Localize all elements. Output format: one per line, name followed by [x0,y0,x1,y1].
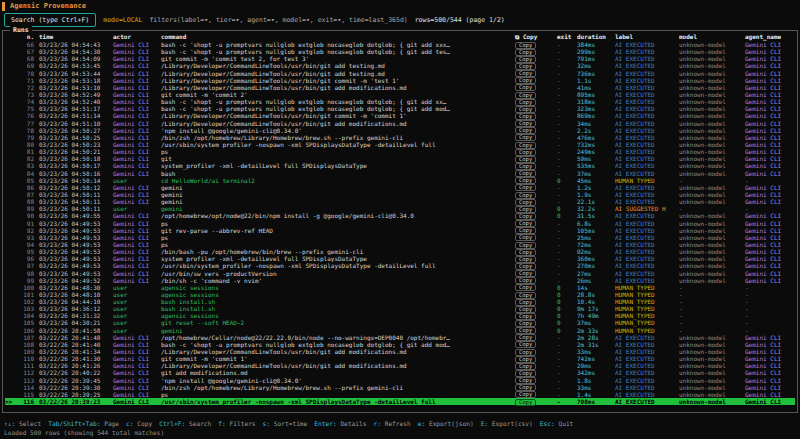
row-number: 88 [17,198,39,205]
row-actor: Gemini CLI [113,255,161,262]
row-number: 110 [17,355,39,362]
table-row[interactable]: 66 03/23/26 04:54:43 Gemini CLI bash -c … [5,41,795,48]
table-row[interactable]: 82 03/23/26 04:50:18 Gemini CLI git Copy… [5,155,795,162]
table-row[interactable]: 83 03/23/26 04:50:17 Gemini CLI system_p… [5,162,795,169]
copy-button[interactable]: Copy [515,399,536,406]
row-label-badge: AI_EXECUTED [615,98,679,105]
row-label-badge: AI_EXECUTED [615,162,679,169]
table-row[interactable]: 107 03/22/26 20:41:48 Gemini CLI /opt/ho… [5,334,795,341]
row-duration: 742ms [577,355,615,362]
table-row[interactable]: 109 03/22/26 20:41:34 Gemini CLI /Librar… [5,348,795,355]
row-agent-name: Gemini CLI [745,184,795,191]
table-row[interactable]: 77 03/23/26 04:51:10 Gemini CLI /Library… [5,120,795,127]
table-row[interactable]: 88 03/23/26 04:50:11 Gemini CLI gemini C… [5,198,795,205]
table-row[interactable]: 89 03/23/26 04:50:11 user gemini Copy 0 … [5,205,795,212]
row-exit-code: - [557,377,577,384]
table-row[interactable]: 94 03/23/26 04:49:53 Gemini CLI ps Copy … [5,241,795,248]
row-number: 93 [17,234,39,241]
filters-summary[interactable]: filters(label=▾, tier=▾, agent=▾, model=… [149,16,407,24]
table-row[interactable]: 98 03/23/26 04:49:53 Gemini CLI /usr/bin… [5,270,795,277]
row-duration: 732ms [577,141,615,148]
row-agent-name: Gemini CLI [745,134,795,141]
table-row[interactable]: 85 03/23/26 04:50:14 user cd HelloWorld/… [5,177,795,184]
status-line: Loaded 500 rows (showing 544 total match… [4,429,164,437]
table-row[interactable]: 92 03/23/26 04:49:53 Gemini CLI git rev-… [5,227,795,234]
table-row[interactable]: 104 03/23/26 04:31:32 user agensic sessi… [5,312,795,319]
table-row[interactable]: 96 03/23/26 04:49:53 Gemini CLI system_p… [5,255,795,262]
table-row[interactable]: 103 03/23/26 04:36:12 user bash install.… [5,305,795,312]
row-model: unknown-model [679,398,745,405]
table-row[interactable]: 91 03/23/26 04:49:53 Gemini CLI ps Copy … [5,220,795,227]
row-time: 03/22/26 20:41:58 [39,327,113,334]
row-label-badge: HUMAN_TYPED [615,327,679,334]
table-row[interactable]: 108 03/22/26 20:41:40 Gemini CLI bash -c… [5,341,795,348]
table-row[interactable]: 106 03/22/26 20:41:58 user gemini Copy 0… [5,327,795,334]
row-time: 03/23/26 04:50:16 [39,170,113,177]
table-row[interactable]: 114 03/22/26 20:39:30 Gemini CLI /bin/zs… [5,384,795,391]
table-row[interactable]: >> 116 03/22/26 20:39:23 Gemini CLI /usr… [5,398,795,405]
table-row[interactable]: 75 03/23/26 04:51:17 Gemini CLI bash -c … [5,105,795,112]
table-row[interactable]: 69 03/23/26 04:53:45 Gemini CLI /Library… [5,62,795,69]
table-row[interactable]: 110 03/22/26 20:41:30 Gemini CLI git com… [5,355,795,362]
table-row[interactable]: 99 03/23/26 04:49:52 Gemini CLI /bin/sh … [5,277,795,284]
row-duration: 9m 17s [577,305,615,312]
table-row[interactable]: 95 03/23/26 04:49:53 Gemini CLI /bin/bas… [5,248,795,255]
table-row[interactable]: 101 03/23/26 04:48:10 user agensic sessi… [5,291,795,298]
table-row[interactable]: 102 03/23/26 04:44:10 user bash install.… [5,298,795,305]
row-number: 87 [17,191,39,198]
table-row[interactable]: 74 03/23/26 04:52:40 Gemini CLI bash -c … [5,98,795,105]
table-row[interactable]: 93 03/23/26 04:49:53 Gemini CLI ps Copy … [5,234,795,241]
table-row[interactable]: 100 03/23/26 04:48:30 user agensic sessi… [5,284,795,291]
table-row[interactable]: 111 03/22/26 20:41:26 Gemini CLI /Librar… [5,362,795,369]
row-command: 'npm install @google/gemini-cli@0.34.0' [161,127,515,134]
header-col-agent: agent_name [745,33,795,41]
row-command: /usr/sbin/system_profiler -nospawn -xml … [161,262,515,269]
row-model: unknown-model [679,220,745,227]
table-row[interactable]: 67 03/23/26 04:54:30 Gemini CLI bash -c … [5,48,795,55]
row-label-badge: AI_EXECUTED [615,70,679,77]
table-row[interactable]: 68 03/23/26 04:54:09 Gemini CLI git comm… [5,55,795,62]
table-row[interactable]: 113 03/22/26 20:39:45 Gemini CLI 'npm in… [5,377,795,384]
table-row[interactable]: 87 03/23/26 04:50:11 Gemini CLI gemini C… [5,191,795,198]
table-row[interactable]: 112 03/22/26 20:40:22 Gemini CLI git add… [5,369,795,376]
row-number: 109 [17,348,39,355]
row-actor: Gemini CLI [113,212,161,219]
table-row[interactable]: 105 03/23/26 04:30:21 user git reset --s… [5,319,795,326]
row-exit-code: 0 [557,327,577,334]
table-row[interactable]: 71 03/23/26 04:53:18 Gemini CLI /Library… [5,77,795,84]
row-exit-code: 0 [557,319,577,326]
row-model: unknown-model [679,70,745,77]
row-agent-name: Gemini CLI [745,91,795,98]
table-row[interactable]: 97 03/23/26 04:49:53 Gemini CLI /usr/sbi… [5,262,795,269]
row-time: 03/23/26 04:54:09 [39,55,113,62]
row-exit-code: - [557,241,577,248]
row-exit-code: - [557,384,577,391]
row-actor: Gemini CLI [113,369,161,376]
table-row[interactable]: 115 03/22/26 20:39:25 Gemini CLI ps Copy… [5,391,795,398]
row-time: 03/23/26 04:36:12 [39,305,113,312]
row-number: 86 [17,184,39,191]
row-duration: 32ms [577,62,615,69]
row-exit-code: - [557,120,577,127]
table-row[interactable]: 73 03/23/26 04:52:49 Gemini CLI git comm… [5,91,795,98]
row-number: 72 [17,84,39,91]
table-row[interactable]: 84 03/23/26 04:50:16 Gemini CLI bash Cop… [5,170,795,177]
table-row[interactable]: 81 03/23/26 04:50:21 Gemini CLI ps Copy … [5,148,795,155]
table-row[interactable]: 80 03/23/26 04:50:23 Gemini CLI /usr/sbi… [5,141,795,148]
row-command: agensic sessions [161,284,515,291]
table-row[interactable]: 72 03/23/26 04:53:10 Gemini CLI /Library… [5,84,795,91]
row-label-badge: AI_EXECUTED [615,384,679,391]
row-label-badge: AI_EXECUTED [615,348,679,355]
table-row[interactable]: 78 03/23/26 04:50:27 Gemini CLI 'npm ins… [5,127,795,134]
table-row[interactable]: 79 03/23/26 04:50:25 Gemini CLI /bin/zsh… [5,134,795,141]
row-duration: 32.2s [577,205,615,212]
table-row[interactable]: 76 03/23/26 04:51:14 Gemini CLI /Library… [5,112,795,119]
table-row[interactable]: 86 03/23/26 04:50:12 Gemini CLI gemini C… [5,184,795,191]
table-row[interactable]: 70 03/23/26 04:53:44 Gemini CLI /Library… [5,70,795,77]
search-input[interactable]: Search (type Ctrl+F) [4,13,96,27]
row-exit-code: - [557,48,577,55]
row-label-badge: AI_EXECUTED [615,191,679,198]
row-time: 03/23/26 04:54:30 [39,48,113,55]
table-row[interactable]: 90 03/23/26 04:49:55 Gemini CLI /opt/hom… [5,212,795,219]
row-actor: Gemini CLI [113,127,161,134]
